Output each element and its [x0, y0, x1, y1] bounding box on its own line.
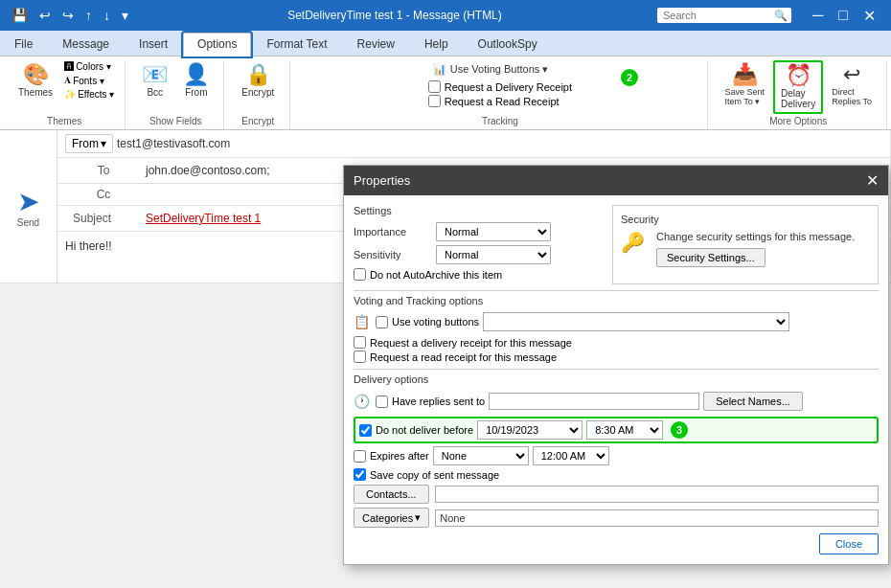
expires-row: Expires after None 12:00 AM — [354, 446, 879, 465]
voting-buttons-button[interactable]: 📊 Use Voting Buttons ▾ — [428, 60, 554, 79]
deliver-time-select[interactable]: 8:30 AM — [586, 420, 663, 440]
colors-icon: 🅰 — [64, 61, 74, 72]
delivery-receipt-track-checkbox[interactable] — [354, 336, 366, 349]
voting-track-icon: 📋 — [354, 314, 370, 329]
down-icon[interactable]: ↓ — [100, 6, 114, 25]
direct-replies-icon: ↩ — [843, 64, 860, 85]
direct-replies-label: DirectReplies To — [832, 87, 872, 106]
deliver-date-select[interactable]: 10/19/2023 — [477, 420, 583, 440]
voting-select[interactable] — [483, 312, 789, 331]
dialog-body: Settings Importance Normal Sensitivity N… — [344, 195, 888, 564]
from-dropdown[interactable]: From ▾ — [65, 134, 113, 153]
delay-delivery-button[interactable]: ⏰ DelayDelivery — [773, 60, 823, 114]
direct-replies-button[interactable]: ↩ DirectReplies To — [825, 60, 879, 110]
expires-checkbox[interactable] — [354, 450, 366, 463]
effects-button[interactable]: ✨ Effects ▾ — [61, 88, 117, 101]
security-row: 🔑 Change security settings for this mess… — [621, 231, 870, 267]
contacts-input[interactable] — [435, 486, 879, 503]
fonts-button[interactable]: 𝐀 Fonts ▾ — [61, 74, 117, 87]
up-icon[interactable]: ↑ — [81, 6, 96, 25]
themes-button[interactable]: 🎨 Themes — [11, 60, 59, 102]
tab-format-text[interactable]: Format Text — [252, 33, 341, 56]
delay-delivery-label: DelayDelivery — [781, 88, 815, 109]
colors-button[interactable]: 🅰 Colors ▾ — [61, 60, 117, 73]
tab-help[interactable]: Help — [410, 33, 463, 56]
security-settings-button[interactable]: Security Settings... — [656, 248, 765, 267]
importance-row: Importance Normal — [354, 222, 603, 241]
use-voting-label: Use voting buttons — [392, 316, 479, 328]
themes-group-label: Themes — [47, 114, 81, 129]
send-arrow-icon: ➤ — [17, 186, 39, 217]
more-icon[interactable]: ▾ — [118, 6, 132, 25]
from-chevron-icon: ▾ — [101, 137, 106, 150]
from-value: test1@testivasoft.com — [113, 135, 882, 152]
tab-file[interactable]: File — [0, 33, 47, 56]
tab-options[interactable]: Options — [183, 33, 251, 57]
undo-icon[interactable]: ↩ — [35, 6, 55, 25]
categories-row: Categories ▾ — [354, 508, 879, 528]
importance-label: Importance — [354, 226, 430, 237]
send-button[interactable]: ➤ Send — [0, 130, 57, 283]
contacts-button[interactable]: Contacts... — [354, 485, 429, 504]
categories-button[interactable]: Categories ▾ — [354, 508, 429, 528]
autoarchive-checkbox[interactable] — [354, 268, 366, 281]
fonts-icon: 𝐀 — [64, 75, 71, 86]
autoarchive-row: Do not AutoArchive this item — [354, 268, 603, 281]
tab-outlookspy[interactable]: OutlookSpy — [464, 33, 552, 56]
encrypt-button[interactable]: 🔒 Encrypt — [234, 60, 282, 102]
have-replies-checkbox[interactable] — [376, 396, 388, 408]
maximize-button[interactable]: □ — [831, 7, 856, 25]
save-icon[interactable]: 💾 — [8, 6, 32, 25]
tab-insert[interactable]: Insert — [125, 33, 182, 56]
save-copy-checkbox[interactable] — [354, 468, 366, 481]
themes-items: 🎨 Themes 🅰 Colors ▾ 𝐀 Fonts ▾ ✨ Effects … — [11, 60, 117, 114]
use-voting-checkbox[interactable] — [376, 316, 388, 328]
importance-select[interactable]: Normal — [436, 222, 551, 241]
delivery-receipt-label: Request a Delivery Receipt — [445, 81, 572, 93]
save-sent-icon: 📥 — [732, 64, 758, 85]
expires-time-select[interactable]: 12:00 AM — [533, 446, 609, 465]
tab-message[interactable]: Message — [48, 33, 124, 56]
categories-input[interactable] — [435, 509, 879, 527]
read-receipt-checkbox[interactable] — [428, 95, 441, 107]
settings-security-row: Settings Importance Normal Sensitivity N… — [354, 205, 879, 284]
window-title: SetDeliveryTime test 1 - Message (HTML) — [138, 9, 651, 22]
redo-icon[interactable]: ↪ — [58, 6, 78, 25]
select-names-button[interactable]: Select Names... — [703, 392, 803, 411]
to-label: To — [65, 164, 142, 177]
read-receipt-row: Request a Read Receipt — [428, 95, 560, 107]
search-input[interactable] — [657, 8, 791, 23]
have-replies-input[interactable] — [489, 393, 699, 410]
from-icon: 👤 — [183, 64, 209, 85]
bcc-icon: 📧 — [142, 64, 168, 85]
from-button[interactable]: 👤 From — [176, 60, 216, 102]
save-copy-row: Save copy of sent message — [354, 468, 879, 481]
show-fields-items: 📧 Bcc 👤 From — [135, 60, 216, 114]
voting-row: 📋 Use voting buttons — [354, 310, 879, 333]
sensitivity-select[interactable]: Normal — [436, 245, 551, 264]
more-options-items: 📥 Save SentItem To ▾ ⏰ DelayDelivery ↩ D… — [718, 60, 879, 114]
dialog-titlebar: Properties ✕ — [344, 166, 888, 195]
contacts-row: Contacts... — [354, 485, 879, 504]
read-receipt-track-checkbox[interactable] — [354, 351, 366, 363]
save-sent-button[interactable]: 📥 Save SentItem To ▾ — [718, 60, 771, 110]
from-label: From — [185, 87, 207, 98]
bcc-button[interactable]: 📧 Bcc — [135, 60, 174, 102]
settings-title: Settings — [354, 205, 603, 216]
do-not-deliver-checkbox[interactable] — [359, 424, 372, 437]
minimize-button[interactable]: ─ — [805, 7, 831, 25]
close-button[interactable]: ✕ — [856, 7, 883, 25]
color-stack: 🅰 Colors ▾ 𝐀 Fonts ▾ ✨ Effects ▾ — [61, 60, 117, 101]
delivery-receipt-checkbox[interactable] — [428, 80, 441, 93]
dialog-close-button[interactable]: ✕ — [866, 171, 879, 190]
expires-date-select[interactable]: None — [433, 446, 529, 465]
delay-delivery-icon: ⏰ — [786, 65, 811, 86]
delivery-receipt-track-row: Request a delivery receipt for this mess… — [354, 336, 879, 349]
tab-review[interactable]: Review — [343, 33, 409, 56]
search-wrap: 🔍 — [657, 8, 791, 23]
categories-chevron-icon: ▾ — [415, 511, 421, 524]
read-receipt-track-label: Request a read receipt for this message — [370, 351, 557, 363]
have-replies-row: Have replies sent to Select Names... — [376, 392, 803, 411]
dialog-close-btn[interactable]: Close — [819, 533, 879, 554]
sensitivity-label: Sensitivity — [354, 249, 430, 260]
